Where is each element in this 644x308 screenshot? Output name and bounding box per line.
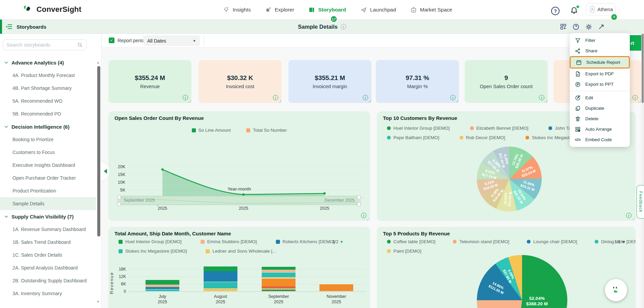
info-icon[interactable]: i: [273, 95, 278, 100]
menu-item-share[interactable]: Share: [570, 46, 630, 56]
sidebar-item-2a-spend-analysis-dashboard[interactable]: 2A. Spend Analysis Dashboard: [0, 261, 96, 274]
sidebar-section-advance-analytics-4-[interactable]: Advance Analytics (4): [0, 56, 96, 69]
sidebar-item-sample-details[interactable]: Sample Details: [0, 197, 96, 210]
resize-corner[interactable]: [638, 100, 641, 102]
panel-info-icon[interactable]: i: [626, 213, 632, 218]
search-icon[interactable]: [77, 42, 83, 48]
search-input[interactable]: [6, 42, 75, 48]
page-scrollbar-thumb[interactable]: [642, 34, 644, 103]
athena-assistant-button[interactable]: [605, 279, 627, 301]
sidebar-section-decision-intelligence-6-[interactable]: Decision Intelligence (6): [0, 120, 96, 133]
resize-corner[interactable]: [633, 218, 635, 220]
sidebar-item-5b-recommended-po[interactable]: 5B. Recommended PO: [0, 107, 96, 120]
date-range-slider[interactable]: September 2025 December 2025: [118, 196, 360, 205]
menu-item-edit[interactable]: Edit: [570, 93, 630, 103]
resize-corner[interactable]: [279, 100, 281, 102]
info-icon[interactable]: i: [539, 95, 544, 100]
sidebar-scroll-down-icon[interactable]: ▼: [97, 300, 100, 303]
help-circle-icon[interactable]: [572, 23, 579, 30]
slider-handle-left[interactable]: [118, 195, 121, 206]
bar-segment[interactable]: [262, 290, 295, 291]
add-widget-icon[interactable]: [560, 23, 567, 30]
sidebar-scroll-up-icon[interactable]: ▲: [97, 61, 100, 64]
bar-segment[interactable]: [204, 282, 237, 289]
sidebar-item-customers-to-focus[interactable]: Customers to Focus: [0, 146, 96, 159]
bar-segment[interactable]: [319, 284, 353, 291]
bar-segment[interactable]: [262, 286, 295, 288]
nav-item-storyboard[interactable]: Storyboard17: [308, 6, 346, 13]
resize-corner[interactable]: [368, 100, 371, 102]
bar-segment[interactable]: [262, 270, 295, 272]
user-menu[interactable]: Athena: [586, 3, 616, 16]
top5-products-pie-chart[interactable]: [477, 255, 567, 308]
kpi-card-margin-[interactable]: 97.31 % Margin % i: [376, 60, 459, 103]
bar-segment[interactable]: [262, 278, 295, 279]
kpi-card-invoiced-cost[interactable]: $30.32 K Invoiced cost i: [199, 60, 282, 103]
sidebar-item-2b-outstanding-supply-dashboard[interactable]: 2B. Outstanding Supply Dashboard: [0, 274, 96, 287]
brand-logo[interactable]: ConverSight: [22, 4, 81, 15]
slider-handle-right[interactable]: [357, 195, 361, 206]
bar-segment[interactable]: [146, 280, 179, 285]
kpi-card-open-sales-order-count[interactable]: 9 Open Sales Order count i: [465, 60, 548, 103]
resize-corner[interactable]: [545, 100, 547, 102]
report-period-select[interactable]: All Dates ▼: [143, 35, 200, 46]
line-chart[interactable]: 05K10K15K20KSeptember2025October2025Dece…: [108, 140, 370, 218]
top10-customers-pie-chart[interactable]: [477, 147, 542, 211]
bar-segment[interactable]: [204, 266, 237, 271]
info-icon[interactable]: i: [363, 95, 368, 100]
menu-item-embed-code[interactable]: </> Embed Code: [570, 134, 630, 145]
menu-item-delete[interactable]: Delete: [570, 113, 630, 124]
legend-item-total-so-number[interactable]: Total So Number: [246, 128, 287, 133]
info-icon[interactable]: i: [450, 95, 456, 100]
sidebar-item-1b-sales-trend-dashboard[interactable]: 1B. Sales Trend Dashboard: [0, 236, 96, 249]
sidebar-item-4b-part-shortage-summary[interactable]: 4B. Part Shortage Summary: [0, 82, 96, 95]
menu-item-duplicate[interactable]: Duplicate: [570, 103, 630, 113]
sidebar-item-open-purchase-order-tracker[interactable]: Open Purchase Order Tracker: [0, 172, 96, 184]
bar-segment[interactable]: [146, 285, 179, 287]
bar-segment[interactable]: [262, 267, 295, 270]
bar-segment[interactable]: [262, 289, 295, 290]
legend-item-so-line-amount[interactable]: So Line Amount: [192, 128, 231, 133]
sidebar-item-4a-product-monthly-forecast[interactable]: 4A. Product Monthly Forecast: [0, 69, 96, 82]
sidebar-item-5a-recommended-wo[interactable]: 5A. Recommended WO: [0, 95, 96, 107]
resize-corner[interactable]: [456, 100, 458, 102]
report-period-checkbox[interactable]: ✓: [109, 37, 114, 43]
expand-icon[interactable]: [598, 24, 604, 30]
sidebar-item-product-prioritization[interactable]: Product Prioritization: [0, 184, 96, 197]
menu-item-export-to-pdf[interactable]: Export to PDF: [570, 69, 630, 79]
page-scrollbar[interactable]: [641, 34, 644, 308]
bar-segment[interactable]: [262, 279, 295, 286]
bar-segment[interactable]: [146, 287, 179, 289]
kpi-card-revenue[interactable]: $355.24 M Revenue i: [108, 60, 191, 103]
help-icon[interactable]: ?: [551, 7, 560, 15]
info-icon[interactable]: i: [183, 95, 188, 100]
feedback-tab[interactable]: Feedback: [637, 185, 644, 219]
menu-item-schedule-report[interactable]: Schedule Report: [570, 56, 630, 69]
kpi-card-invoiced-margin[interactable]: $355.21 M Invoiced margin i: [288, 60, 371, 103]
bar-segment[interactable]: [204, 289, 237, 291]
bar-segment[interactable]: [146, 289, 179, 291]
info-icon[interactable]: i: [633, 95, 638, 100]
menu-item-export-to-ppt[interactable]: Export to PPT: [570, 79, 630, 89]
nav-item-launchpad[interactable]: Launchpad: [360, 6, 396, 13]
resize-corner[interactable]: [188, 100, 191, 102]
bar-segment[interactable]: [262, 273, 295, 277]
sidebar-item-1a-revenue-summary-dashboard[interactable]: 1A. Revenue Summary Dashboard: [0, 223, 96, 236]
resize-corner[interactable]: [367, 218, 369, 220]
nav-item-insights[interactable]: Insights: [223, 6, 251, 13]
panel-info-icon[interactable]: i: [361, 213, 366, 218]
menu-item-auto-arrange[interactable]: Auto Arrange: [570, 124, 630, 134]
sidebar-item-1c-sales-order-details[interactable]: 1C. Sales Order Details: [0, 249, 96, 261]
sidebar-section-supply-chain-visibility-7-[interactable]: Supply Chain Visibility (7): [0, 210, 96, 223]
user-caret-icon[interactable]: ▼: [611, 14, 617, 20]
nav-item-explorer[interactable]: Explorer: [265, 6, 294, 13]
sidebar-item-3a-inventory-summary[interactable]: 3A. Inventory Summary: [0, 287, 96, 300]
settings-gear-icon[interactable]: [585, 23, 592, 30]
sidebar-item-booking-to-priortize[interactable]: Booking to Priortize: [0, 133, 96, 146]
bar-segment[interactable]: [204, 271, 237, 282]
menu-item-filter[interactable]: Filter: [570, 35, 630, 46]
storyboard-search[interactable]: [3, 39, 86, 50]
notifications-bell-icon[interactable]: [570, 6, 579, 16]
page-info-icon[interactable]: i: [341, 24, 346, 29]
sidebar-item-executive-insights-dashboard[interactable]: Executive Insights Dashboard: [0, 159, 96, 172]
